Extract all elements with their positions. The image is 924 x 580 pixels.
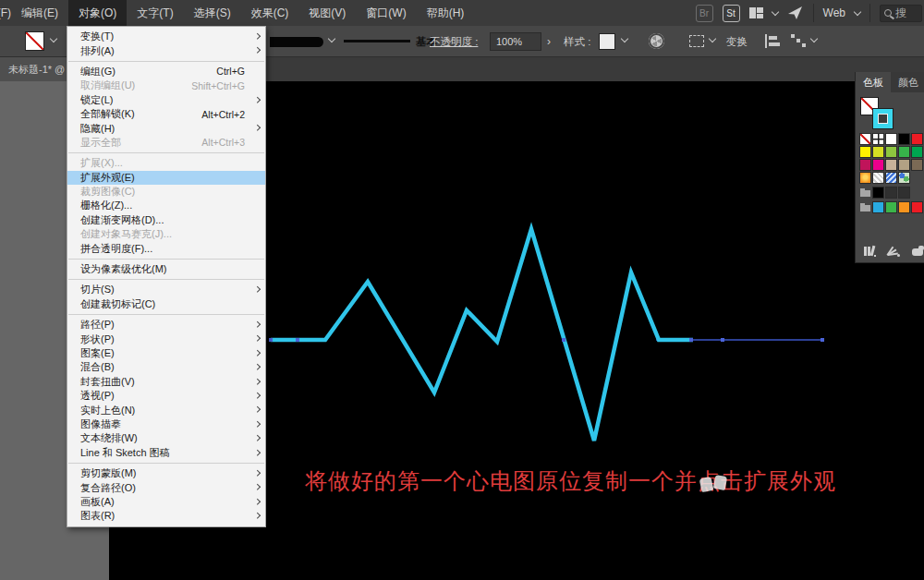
folder-swatch[interactable] (859, 201, 871, 213)
menu-object[interactable]: 对象(O) (68, 0, 127, 26)
color-swatch[interactable] (898, 187, 910, 199)
style-chevron-icon[interactable] (621, 35, 628, 42)
menu-item[interactable]: 复合路径(O) (67, 480, 265, 494)
width-profile-chevron-icon[interactable] (328, 35, 335, 42)
color-swatch[interactable] (872, 159, 884, 171)
transform-link[interactable]: 变换 (726, 26, 748, 57)
menu-help[interactable]: 帮助(H) (417, 0, 475, 26)
color-swatch[interactable] (885, 133, 897, 145)
anchor-point[interactable] (821, 338, 824, 342)
new-color-group-icon[interactable] (912, 246, 924, 257)
menu-item[interactable]: 文本绕排(W) (67, 431, 265, 445)
menu-item[interactable]: 封套扭曲(V) (67, 375, 265, 389)
menu-view[interactable]: 视图(V) (298, 0, 356, 26)
anchor-point[interactable] (721, 338, 724, 342)
menu-item[interactable]: 拼合透明度(F)... (67, 241, 265, 255)
color-swatch[interactable] (911, 133, 923, 145)
opacity-input[interactable]: 100% (490, 32, 541, 51)
fill-chevron-icon[interactable] (50, 35, 57, 42)
color-swatch[interactable] (872, 187, 884, 199)
none-swatch[interactable] (859, 133, 871, 145)
anchor-point[interactable] (296, 338, 299, 342)
menu-item[interactable]: 混合(B) (67, 360, 265, 374)
width-profile-preview[interactable] (270, 37, 323, 47)
pattern-blue-swatch[interactable] (885, 172, 897, 184)
arrange-documents-icon[interactable] (749, 7, 763, 18)
align-chevron-icon[interactable] (810, 35, 818, 42)
color-swatch[interactable] (898, 201, 910, 213)
workspace-switcher[interactable]: Web (823, 6, 845, 19)
menu-item[interactable]: 剪切蒙版(M) (67, 466, 265, 480)
menu-item[interactable]: 变换(T) (67, 30, 265, 43)
menu-item[interactable]: 排列(A) (67, 43, 265, 57)
menu-item[interactable]: 隐藏(H) (67, 121, 265, 135)
align-icon[interactable] (765, 34, 780, 48)
menu-item[interactable]: 锁定(L) (67, 93, 265, 107)
color-swatch[interactable] (859, 146, 871, 158)
menu-item[interactable]: 扩展外观(E) (67, 171, 265, 185)
menu-item[interactable]: 创建渐变网格(D)... (67, 213, 265, 227)
registration-swatch[interactable] (872, 133, 884, 145)
distribute-icon[interactable] (791, 34, 806, 48)
color-swatch[interactable] (898, 133, 910, 145)
color-swatch[interactable] (911, 159, 923, 171)
menu-item[interactable]: 创建裁切标记(C) (67, 297, 265, 311)
workspace-chevron-icon[interactable] (854, 7, 861, 15)
color-swatch[interactable] (885, 146, 897, 158)
color-swatch[interactable] (872, 146, 884, 158)
menu-item[interactable]: 设为像素级优化(M) (67, 262, 265, 276)
arrange-documents-chevron-icon[interactable] (771, 7, 778, 15)
pattern-light-swatch[interactable] (872, 172, 884, 184)
menu-item[interactable]: 图表(R) (67, 509, 265, 523)
color-swatch[interactable] (898, 159, 910, 171)
color-swatch[interactable] (872, 201, 884, 213)
menu-select[interactable]: 选择(S) (184, 0, 241, 26)
menu-item[interactable]: 全部解锁(K)Alt+Ctrl+2 (67, 107, 265, 121)
stock-icon[interactable]: St (723, 5, 740, 22)
style-swatch[interactable] (599, 33, 615, 50)
swatch-libraries-icon[interactable] (863, 246, 876, 257)
menu-item[interactable]: 实时上色(N) (67, 403, 265, 417)
tab-color[interactable]: 颜色 (891, 72, 924, 92)
menu-item[interactable]: Line 和 Sketch 图稿 (67, 446, 265, 460)
color-swatch[interactable] (885, 159, 897, 171)
gradient-orange-swatch[interactable] (859, 172, 871, 184)
menu-item[interactable]: 形状(P) (67, 332, 265, 345)
menu-effect[interactable]: 效果(C) (241, 0, 299, 26)
opacity-stepper[interactable]: › (547, 26, 551, 57)
anchor-point[interactable] (689, 338, 693, 342)
anchor-point[interactable] (562, 338, 565, 342)
menu-edit[interactable]: 编辑(E) (11, 0, 68, 26)
share-icon[interactable] (787, 6, 804, 20)
color-swatch[interactable] (885, 187, 897, 199)
menu-file[interactable]: 文件(F) (0, 0, 11, 26)
color-swatch[interactable] (898, 146, 910, 158)
ecg-path[interactable] (271, 229, 693, 441)
folder-swatch[interactable] (859, 187, 871, 199)
stroke-proxy-cyan[interactable] (872, 108, 894, 129)
menu-item[interactable]: 画板(A) (67, 495, 265, 509)
fill-none-swatch[interactable] (25, 31, 44, 51)
swatch-kinds-icon[interactable] (888, 246, 901, 257)
menu-item[interactable]: 路径(P) (67, 318, 265, 332)
menu-item[interactable]: 栅格化(Z)... (67, 199, 265, 212)
color-swatch[interactable] (911, 201, 923, 213)
bridge-icon[interactable]: Br (696, 5, 713, 22)
menu-type[interactable]: 文字(T) (127, 0, 183, 26)
search-input[interactable]: 搜 (880, 5, 922, 22)
color-swatch[interactable] (859, 159, 871, 171)
menu-item[interactable]: 编组(G)Ctrl+G (67, 65, 265, 79)
color-swatch[interactable] (911, 146, 923, 158)
pattern-camo-swatch[interactable] (898, 172, 910, 184)
tab-swatches[interactable]: 色板 (856, 72, 891, 92)
menu-window[interactable]: 窗口(W) (356, 0, 416, 26)
menu-item[interactable]: 切片(S) (67, 283, 265, 296)
recolor-artwork-icon[interactable] (649, 33, 664, 49)
menu-item[interactable]: 透视(P) (67, 389, 265, 403)
menu-item[interactable]: 图像描摹 (67, 417, 265, 431)
color-swatch[interactable] (885, 201, 897, 213)
anchor-point[interactable] (269, 338, 273, 342)
menu-item[interactable]: 图案(E) (67, 346, 265, 360)
opacity-label[interactable]: 不透明度 : (430, 26, 478, 57)
select-similar-icon[interactable] (689, 35, 704, 47)
